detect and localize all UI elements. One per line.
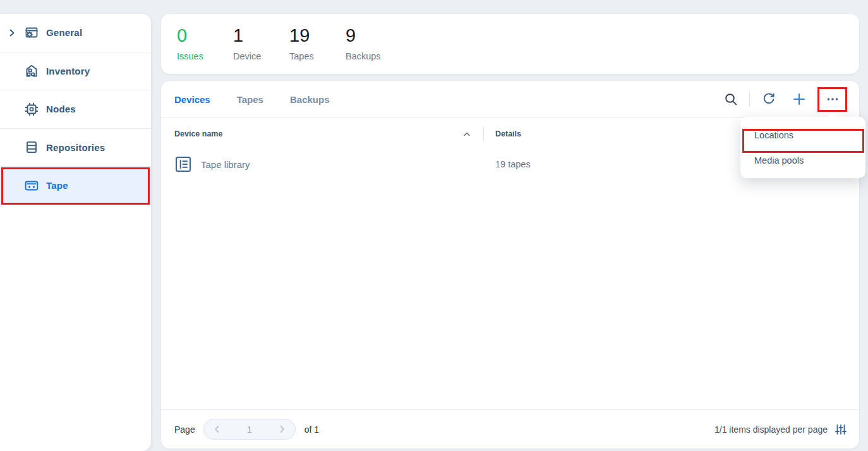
sidebar-item-label: General — [46, 27, 82, 38]
stat-label: Tapes — [289, 51, 346, 61]
stat-label: Backups — [346, 51, 402, 61]
menu-item-media-pools[interactable]: Media pools — [740, 148, 865, 173]
page-total-label: of 1 — [304, 424, 319, 435]
stat-value: 19 — [289, 27, 346, 45]
sidebar-item-tape[interactable]: Tape — [0, 167, 151, 205]
sidebar-item-nodes[interactable]: Nodes — [0, 90, 151, 129]
tab-tapes[interactable]: Tapes — [237, 94, 263, 105]
tape-library-icon — [175, 156, 191, 172]
stat-tapes: 19 Tapes — [289, 27, 346, 61]
previous-page-icon[interactable] — [212, 424, 222, 434]
stat-value: 9 — [346, 27, 402, 45]
summary-stats-card: 0 Issues 1 Device 19 Tapes 9 Backups — [161, 14, 859, 74]
pagination-footer: Page 1 of 1 1/1 items displayed per page — [161, 409, 859, 448]
display-settings-sliders-icon[interactable] — [835, 424, 847, 435]
items-per-page-label: 1/1 items displayed per page — [714, 424, 828, 435]
page-label: Page — [174, 424, 195, 435]
column-divider — [483, 127, 484, 141]
page-number-field[interactable]: 1 — [247, 424, 252, 435]
repository-stack-icon — [24, 140, 39, 155]
chevron-right-icon[interactable] — [8, 29, 16, 37]
column-header-device-name[interactable]: Device name — [174, 129, 222, 138]
next-page-icon[interactable] — [277, 424, 287, 434]
menu-item-label: Locations — [754, 130, 793, 140]
tab-backups[interactable]: Backups — [290, 94, 330, 105]
cpu-chip-icon — [24, 102, 39, 117]
sidebar-item-inventory[interactable]: Inventory — [0, 52, 151, 91]
toolbar — [723, 89, 845, 110]
tab-devices[interactable]: Devices — [174, 94, 210, 105]
toolbar-divider — [749, 92, 750, 107]
tape-cassette-icon — [24, 178, 39, 193]
sidebar-item-label: Inventory — [46, 66, 90, 76]
sidebar-item-label: Tape — [46, 180, 68, 191]
device-name-cell: Tape library — [201, 159, 250, 170]
more-options-menu: Locations Media pools — [740, 117, 865, 178]
app-window: General Inventory — [0, 0, 868, 451]
panel-header: Devices Tapes Backups — [161, 81, 859, 118]
inventory-house-icon — [24, 63, 39, 78]
stat-device: 1 Device — [233, 27, 289, 61]
menu-item-locations[interactable]: Locations — [740, 123, 865, 148]
window-gear-icon — [24, 25, 39, 40]
sidebar-item-label: Nodes — [46, 104, 76, 114]
menu-item-label: Media pools — [754, 155, 804, 165]
add-icon[interactable] — [792, 92, 807, 107]
stat-backups: 9 Backups — [346, 27, 402, 61]
page-control: 1 — [203, 419, 296, 440]
stat-value: 1 — [233, 27, 289, 45]
more-options-button[interactable] — [819, 89, 845, 110]
sidebar-item-label: Repositories — [46, 142, 105, 153]
stat-label: Issues — [177, 51, 233, 61]
sort-ascending-icon[interactable] — [462, 131, 471, 137]
sidebar-item-general[interactable]: General — [0, 14, 151, 52]
stat-value: 0 — [177, 27, 233, 45]
stat-issues: 0 Issues — [177, 27, 233, 61]
sidebar-item-repositories[interactable]: Repositories — [0, 129, 151, 167]
search-icon[interactable] — [723, 92, 738, 107]
tab-bar: Devices Tapes Backups — [174, 94, 330, 105]
refresh-icon[interactable] — [761, 92, 776, 107]
stat-label: Device — [233, 51, 289, 61]
sidebar: General Inventory — [0, 14, 151, 451]
